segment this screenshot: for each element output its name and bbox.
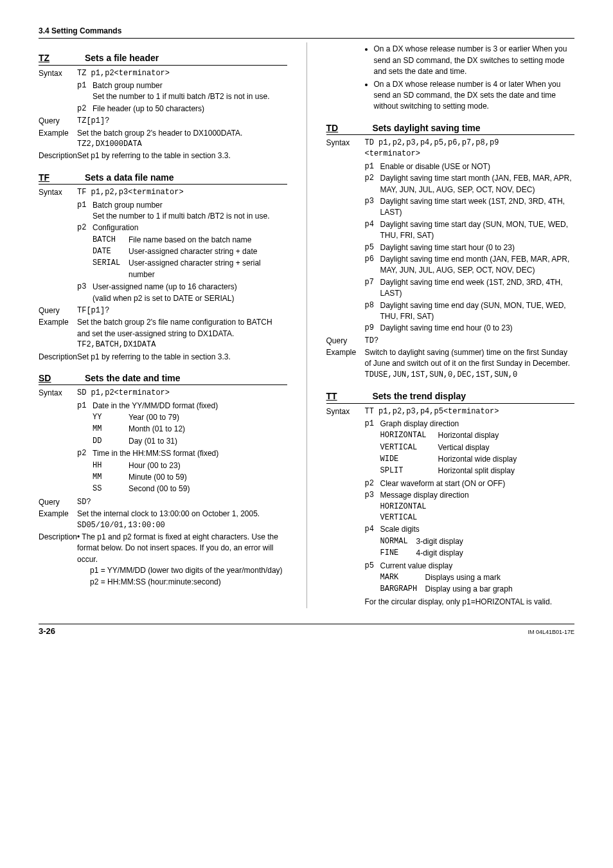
opt-val: Horizontal split display: [438, 466, 575, 476]
opt-val: Display using a bar graph: [425, 584, 575, 595]
query-label: Query: [39, 497, 77, 508]
cmd-name: Sets the date and time: [85, 372, 181, 384]
opt-key: DD: [93, 436, 129, 447]
opt-val: Horizontal wide display: [438, 454, 575, 465]
opt-key: MARK: [380, 572, 425, 583]
query-text: TZ[p1]?: [77, 116, 287, 127]
example-label: Example: [39, 317, 77, 328]
param-key: p3: [365, 490, 380, 501]
tz-heading: TZ Sets a file header: [39, 51, 287, 65]
param-text: Daylight saving time start hour (0 to 23…: [380, 242, 575, 253]
param-text: Daylight saving time end week (1ST, 2ND,…: [380, 277, 575, 300]
description-text: Set p1 by referring to the table in sect…: [77, 352, 287, 363]
right-column: On a DX whose release number is 3 or ear…: [326, 42, 575, 608]
opt-key: VERTICAL: [380, 442, 438, 453]
param-key: p4: [365, 524, 380, 535]
opt-key: HH: [93, 460, 129, 471]
param-key: p1: [77, 80, 93, 91]
syntax-label: Syntax: [326, 406, 365, 417]
query-text: SD?: [77, 497, 287, 508]
param-head: Message display direction: [380, 490, 575, 501]
tt-heading: TT Sets the trend display: [326, 390, 575, 403]
param-text: Daylight saving time start day (SUN, MON…: [380, 219, 575, 242]
cmd-code: TD: [326, 122, 360, 134]
param-text: File header (up to 50 characters): [93, 104, 287, 114]
desc-line: p1 = YY/MM/DD (lower two digits of the y…: [90, 565, 287, 576]
cmd-code: TF: [39, 171, 72, 184]
example-text: Set the batch group 2's header to DX1000…: [77, 128, 287, 139]
syntax-text: <terminator>: [365, 149, 575, 159]
td-heading: TD Sets daylight saving time: [326, 122, 575, 135]
syntax-label: Syntax: [39, 68, 77, 79]
param-head: Graph display direction: [380, 419, 575, 429]
opt-key: YY: [93, 412, 129, 423]
param-text: Daylight saving time end month (JAN, FEB…: [380, 254, 575, 276]
param-key: p9: [365, 323, 380, 334]
page-number: 3-26: [39, 626, 55, 638]
cmd-name: Sets daylight saving time: [373, 122, 481, 134]
param-key: p3: [77, 282, 93, 293]
opt-val: Month (01 to 12): [129, 424, 287, 435]
syntax-text: TZ p1,p2<terminator>: [77, 68, 287, 79]
note-bullet: On a DX whose release number is 3 or ear…: [374, 44, 575, 77]
syntax-label: Syntax: [326, 138, 365, 149]
opt-val: Hour (00 to 23): [129, 460, 287, 471]
param-text: (valid when p2 is set to DATE or SERIAL): [93, 293, 287, 304]
opt-val: 4-digit display: [416, 548, 575, 559]
opt-key: HORIZONTAL: [380, 430, 438, 441]
param-text: Daylight saving time end hour (0 to 23): [380, 323, 575, 334]
cmd-code: TZ: [39, 51, 72, 64]
param-text: Daylight saving time start month (JAN, F…: [380, 173, 575, 195]
cmd-name: Sets a data file name: [85, 171, 174, 184]
opt-key: HORIZONTAL: [380, 502, 575, 512]
opt-val: File name based on the batch name: [129, 235, 287, 246]
opt-val: Year (00 to 79): [129, 412, 287, 423]
opt-val: Second (00 to 59): [129, 484, 287, 494]
example-label: Example: [39, 509, 77, 520]
cmd-code: SD: [39, 372, 72, 384]
query-text: TD?: [365, 336, 575, 347]
opt-val: Day (01 to 31): [129, 436, 287, 447]
param-head: Time in the HH:MM:SS format (fixed): [93, 448, 287, 459]
example-label: Example: [326, 347, 365, 358]
param-key: p2: [77, 104, 93, 114]
param-text: Clear waveform at start (ON or OFF): [380, 478, 575, 489]
param-head: Configuration: [93, 222, 287, 233]
sd-heading: SD Sets the date and time: [39, 372, 287, 385]
syntax-label: Syntax: [39, 388, 77, 399]
param-text: Set the number to 1 if multi batch /BT2 …: [93, 91, 287, 102]
opt-val: User-assigned character string + date: [129, 246, 287, 257]
syntax-label: Syntax: [39, 187, 77, 198]
example-label: Example: [39, 128, 77, 139]
param-text: Set the number to 1 if multi batch /BT2 …: [93, 211, 287, 222]
opt-key: MM: [93, 472, 129, 483]
param-text: Batch group number: [93, 200, 287, 211]
param-key: p2: [77, 222, 93, 233]
param-text: User-assigned name (up to 16 characters): [93, 282, 287, 293]
param-key: p6: [365, 254, 380, 265]
param-text: Enable or disable (USE or NOT): [380, 161, 575, 172]
cmd-name: Sets a file header: [85, 51, 159, 64]
query-text: TF[p1]?: [77, 305, 287, 316]
cmd-name: Sets the trend display: [373, 390, 466, 402]
param-key: p1: [365, 419, 380, 429]
opt-key: SPLIT: [380, 466, 438, 476]
param-head: Current value display: [380, 561, 575, 572]
param-key: p2: [365, 173, 380, 184]
document-id: IM 04L41B01-17E: [528, 628, 574, 637]
param-key: p5: [365, 242, 380, 253]
desc-line: p2 = HH:MM:SS (hour:minute:second): [90, 577, 287, 588]
opt-val: Vertical display: [438, 442, 575, 453]
description-label: Description: [39, 150, 77, 161]
param-text: Batch group number: [93, 80, 287, 91]
description-text: Set p1 by referring to the table in sect…: [77, 150, 287, 161]
opt-key: WIDE: [380, 454, 438, 465]
description-label: Description: [39, 532, 77, 543]
two-columns: TZ Sets a file header Syntax TZ p1,p2<te…: [39, 42, 574, 608]
opt-val: Displays using a mark: [425, 572, 575, 583]
example-text: Set the internal clock to 13:00:00 on Oc…: [77, 509, 287, 520]
param-key: p3: [365, 196, 380, 207]
left-column: TZ Sets a file header Syntax TZ p1,p2<te…: [39, 42, 287, 608]
td-params: p1Enable or disable (USE or NOT)p2Daylig…: [365, 161, 575, 335]
page-footer: 3-26 IM 04L41B01-17E: [39, 624, 574, 638]
